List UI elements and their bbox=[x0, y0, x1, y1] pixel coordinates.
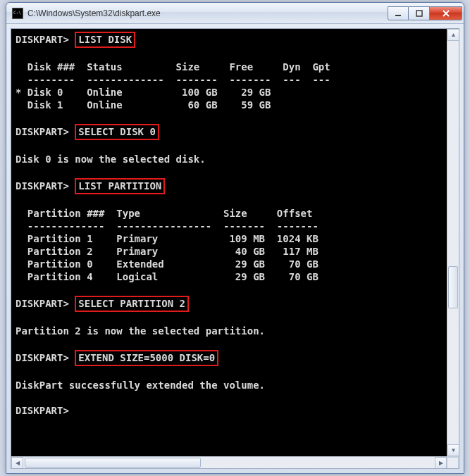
prompt: DISKPART> bbox=[16, 298, 69, 309]
app-window: C:\Windows\System32\diskpart.exe DISKPAR… bbox=[6, 2, 464, 474]
resize-grip[interactable] bbox=[447, 457, 459, 469]
disk-row-1: Disk 1 Online 60 GB 59 GB bbox=[16, 99, 271, 111]
scroll-up-button[interactable]: ▲ bbox=[447, 29, 459, 41]
disk-table-header: Disk ### Status Size Free Dyn Gpt bbox=[16, 61, 330, 73]
vertical-scroll-track[interactable] bbox=[447, 41, 459, 444]
cmd-list-partition: LIST PARTITION bbox=[75, 178, 165, 194]
close-icon bbox=[442, 10, 450, 17]
partition-row-0: Partition 1 Primary 109 MB 1024 KB bbox=[16, 233, 319, 244]
partition-table-header: Partition ### Type Size Offset bbox=[16, 208, 312, 219]
cmd-extend: EXTEND SIZE=5000 DISK=0 bbox=[75, 350, 218, 366]
partition-row-3: Partition 4 Logical 29 GB 70 GB bbox=[16, 271, 319, 282]
close-button[interactable] bbox=[430, 6, 462, 20]
prompt: DISKPART> bbox=[16, 34, 69, 45]
window-controls bbox=[388, 6, 462, 20]
svg-rect-0 bbox=[395, 15, 401, 16]
horizontal-scroll-thumb[interactable] bbox=[25, 458, 201, 468]
prompt: DISKPART> bbox=[16, 180, 69, 192]
partition-row-2: Partition 0 Extended 29 GB 70 GB bbox=[16, 258, 319, 270]
minimize-button[interactable] bbox=[388, 6, 409, 20]
horizontal-scrollbar[interactable]: ◀ ▶ bbox=[11, 456, 459, 468]
prompt: DISKPART> bbox=[16, 405, 69, 416]
app-icon bbox=[12, 8, 23, 19]
scroll-down-button[interactable]: ▼ bbox=[447, 444, 459, 456]
minimize-icon bbox=[395, 10, 402, 17]
maximize-button[interactable] bbox=[409, 6, 430, 20]
vertical-scroll-thumb[interactable] bbox=[448, 266, 458, 308]
prompt: DISKPART> bbox=[16, 352, 69, 363]
disk-table-separator: -------- ------------- ------- ------- -… bbox=[16, 74, 330, 85]
partition-table-separator: ------------- ---------------- ------- -… bbox=[16, 220, 319, 232]
vertical-scrollbar[interactable]: ▲ ▼ bbox=[447, 29, 459, 456]
msg-extend-success: DiskPart successfully extended the volum… bbox=[16, 380, 265, 391]
msg-partition-selected: Partition 2 is now the selected partitio… bbox=[16, 325, 265, 337]
cmd-select-disk: SELECT DISK 0 bbox=[75, 124, 159, 140]
disk-row-0: * Disk 0 Online 100 GB 29 GB bbox=[16, 87, 271, 98]
window-title: C:\Windows\System32\diskpart.exe bbox=[27, 8, 388, 18]
cmd-list-disk: LIST DISK bbox=[75, 32, 135, 48]
cmd-select-partition: SELECT PARTITION 2 bbox=[75, 296, 189, 312]
maximize-icon bbox=[416, 10, 423, 17]
svg-rect-1 bbox=[416, 11, 422, 16]
scroll-left-button[interactable]: ◀ bbox=[11, 457, 23, 469]
horizontal-scroll-track[interactable] bbox=[23, 457, 435, 468]
titlebar[interactable]: C:\Windows\System32\diskpart.exe bbox=[6, 3, 464, 24]
scroll-right-button[interactable]: ▶ bbox=[435, 457, 447, 469]
prompt: DISKPART> bbox=[16, 126, 69, 137]
terminal-output[interactable]: DISKPART> LIST DISK Disk ### Status Size… bbox=[11, 29, 447, 456]
content-frame: DISKPART> LIST DISK Disk ### Status Size… bbox=[11, 28, 459, 469]
partition-row-1: Partition 2 Primary 40 GB 117 MB bbox=[16, 246, 319, 257]
msg-disk-selected: Disk 0 is now the selected disk. bbox=[16, 154, 206, 165]
